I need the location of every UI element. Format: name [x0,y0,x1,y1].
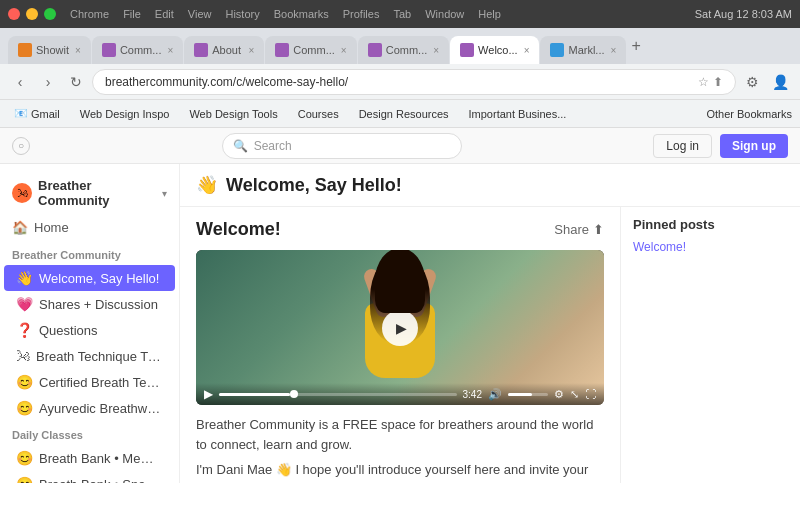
forward-button[interactable]: › [36,70,60,94]
bookmark-url-icon[interactable]: ☆ [698,75,709,89]
content-area: 👋 Welcome, Say Hello! Welcome! Share ⬆ [180,164,800,483]
tab-comm1[interactable]: Comm... × [92,36,183,64]
share-button[interactable]: Share ⬆ [554,222,604,237]
sidebar-item-label: Shares + Discussion [39,297,158,312]
chevron-down-icon: ▾ [162,188,167,199]
tab-welcome[interactable]: Welco... × [450,36,539,64]
signup-button[interactable]: Sign up [720,134,788,158]
content-body: Welcome! Share ⬆ [180,207,800,483]
tab-close-icon[interactable]: × [248,45,254,56]
tab-label: Comm... [120,44,162,56]
bookmark-design-resources[interactable]: Design Resources [353,106,455,122]
edit-menu[interactable]: Edit [155,8,174,20]
settings-button[interactable]: ⚙ [554,388,564,401]
tab-label: Showit [36,44,69,56]
tab-close-icon[interactable]: × [75,45,81,56]
sidebar-item-certified[interactable]: 😊 Certified Breath Teachers [4,369,175,395]
progress-dot [290,390,298,398]
sidebar-item-members-only[interactable]: 😊 Breath Bank • Members Only [4,445,175,471]
sidebar-item-label: Certified Breath Teachers [39,375,163,390]
ayurvedic-emoji: 😊 [16,400,33,416]
tab-favicon [368,43,382,57]
main-content: Welcome! Share ⬆ [180,207,620,483]
bookmark-web-design-tools[interactable]: Web Design Tools [183,106,283,122]
tab-comm2[interactable]: Comm... × [265,36,356,64]
profile-button[interactable]: 👤 [768,70,792,94]
bookmark-courses[interactable]: Courses [292,106,345,122]
sidebar-item-home[interactable]: 🏠 Home [0,214,179,241]
tab-markl[interactable]: Markl... × [540,36,626,64]
gmail-icon: 📧 [14,107,28,120]
back-button[interactable]: ‹ [8,70,32,94]
bookmark-label: Courses [298,108,339,120]
sidebar-section-daily: Daily Classes [0,421,179,445]
tab-close-icon[interactable]: × [167,45,173,56]
file-menu[interactable]: File [123,8,141,20]
video-controls: ▶ 3:42 🔊 ⚙ ⤡ ⛶ [196,383,604,405]
tab-close-icon[interactable]: × [611,45,617,56]
url-bar[interactable]: breathercommunity.com/c/welcome-say-hell… [92,69,736,95]
tab-label: About [212,44,242,56]
volume-bar[interactable] [508,393,548,396]
pinned-item-welcome[interactable]: Welcome! [633,240,788,254]
tab-comm3[interactable]: Comm... × [358,36,449,64]
traffic-red[interactable] [8,8,20,20]
play-button[interactable]: ▶ [382,310,418,346]
profiles-menu[interactable]: Profiles [343,8,380,20]
bookmarks-bar: 📧 Gmail Web Design Inspo Web Design Tool… [0,100,800,128]
picture-in-picture-button[interactable]: ⤡ [570,388,579,401]
chrome-bar: Chrome File Edit View History Bookmarks … [0,0,800,28]
video-play-pause[interactable]: ▶ [204,387,213,401]
tab-close-icon[interactable]: × [341,45,347,56]
page-title: Welcome, Say Hello! [226,175,402,196]
sneak-emoji: 😊 [16,476,33,483]
sidebar-header[interactable]: 🌬 Breather Community ▾ [0,172,179,214]
right-panel: Pinned posts Welcome! [620,207,800,483]
tab-bar: Showit × Comm... × About × Comm... × Com… [0,28,800,64]
play-icon: ▶ [396,320,407,336]
tab-menu[interactable]: Tab [393,8,411,20]
help-menu[interactable]: Help [478,8,501,20]
volume-button[interactable]: 🔊 [488,388,502,401]
tab-showit[interactable]: Showit × [8,36,91,64]
view-menu[interactable]: View [188,8,212,20]
bookmark-web-design-inspo[interactable]: Web Design Inspo [74,106,176,122]
bookmark-important-busines[interactable]: Important Busines... [463,106,573,122]
circle-icon: ○ [12,137,30,155]
window-menu[interactable]: Window [425,8,464,20]
sidebar-item-ayurvedic[interactable]: 😊 Ayurvedic Breathwork Retreat [4,395,175,421]
fullscreen-button[interactable]: ⛶ [585,388,596,400]
tab-about[interactable]: About × [184,36,264,64]
video-progress-bar[interactable] [219,393,457,396]
bookmark-label: Web Design Tools [189,108,277,120]
extensions-button[interactable]: ⚙ [740,70,764,94]
sidebar-item-welcome[interactable]: 👋 Welcome, Say Hello! [4,265,175,291]
sidebar-item-shares[interactable]: 💗 Shares + Discussion [4,291,175,317]
share-url-icon[interactable]: ⬆ [713,75,723,89]
reload-button[interactable]: ↻ [64,70,88,94]
tab-favicon [460,43,474,57]
search-box[interactable]: 🔍 Search [222,133,462,159]
traffic-green[interactable] [44,8,56,20]
url-text: breathercommunity.com/c/welcome-say-hell… [105,75,698,89]
sidebar-item-label: Questions [39,323,98,338]
search-area: ○ 🔍 Search Log in Sign up [0,128,800,164]
sidebar-item-questions[interactable]: ❓ Questions [4,317,175,343]
login-button[interactable]: Log in [653,134,712,158]
community-icon: 🌬 [12,183,32,203]
bookmarks-menu[interactable]: Bookmarks [274,8,329,20]
tab-close-icon[interactable]: × [524,45,530,56]
new-tab-button[interactable]: + [627,37,644,55]
bookmark-gmail[interactable]: 📧 Gmail [8,105,66,122]
video-player[interactable]: ▶ ▶ 3:42 🔊 ⚙ ⤡ [196,250,604,405]
sidebar-item-sneak-peek[interactable]: 😊 Breath Bank • Sneak Peek [4,471,175,483]
url-icons: ☆ ⬆ [698,75,723,89]
history-menu[interactable]: History [225,8,259,20]
traffic-yellow[interactable] [26,8,38,20]
search-icon: 🔍 [233,139,248,153]
other-bookmarks[interactable]: Other Bookmarks [706,108,792,120]
tab-favicon [18,43,32,57]
tab-close-icon[interactable]: × [433,45,439,56]
sidebar-item-breath-technique[interactable]: 🌬 Breath Technique Training [4,343,175,369]
main-layout: 🌬 Breather Community ▾ 🏠 Home Breather C… [0,164,800,483]
